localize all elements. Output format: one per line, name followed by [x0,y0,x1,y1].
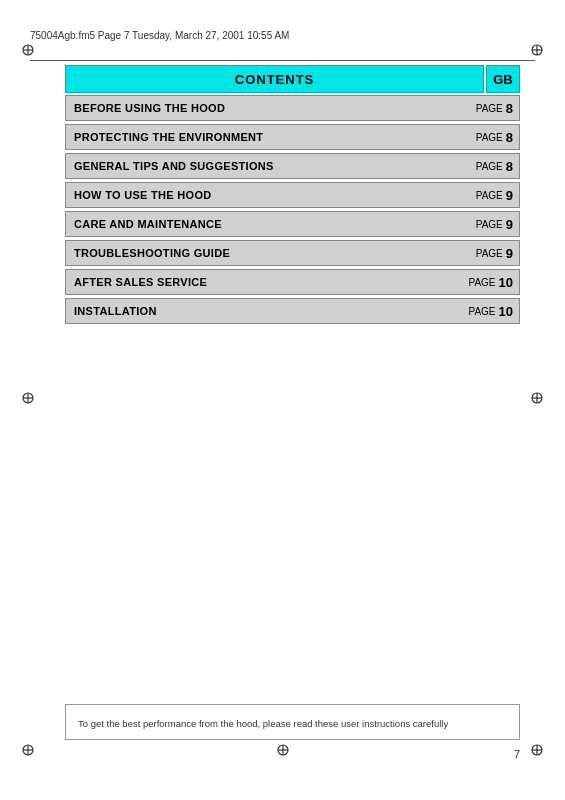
toc-row-title: CARE AND MAINTENANCE [66,218,476,230]
contents-title: CONTENTS [235,72,315,87]
contents-title-box: CONTENTS [65,65,484,93]
reg-mark-bottom-left [20,742,36,758]
toc-page-label: PAGE [476,248,503,259]
toc-row-page: PAGE10 [468,275,519,290]
bottom-note-text: To get the best performance from the hoo… [78,718,448,729]
toc-page-num: 9 [506,217,513,232]
toc-row-title: AFTER SALES SERVICE [66,276,468,288]
header-divider [30,60,535,61]
toc-row-title: INSTALLATION [66,305,468,317]
toc-page-label: PAGE [476,103,503,114]
toc-page-label: PAGE [468,277,495,288]
toc-row-page: PAGE8 [476,101,519,116]
bottom-note: To get the best performance from the hoo… [65,704,520,740]
toc-row[interactable]: HOW TO USE THE HOODPAGE9 [65,182,520,208]
header-file-info: 75004Agb.fm5 Page 7 Tuesday, March 27, 2… [30,30,289,41]
toc-page-num: 8 [506,130,513,145]
toc-row-page: PAGE9 [476,188,519,203]
toc-page-num: 8 [506,159,513,174]
toc-row[interactable]: AFTER SALES SERVICEPAGE10 [65,269,520,295]
toc-row-page: PAGE8 [476,130,519,145]
reg-mark-mid-left [20,390,36,406]
toc-page-num: 10 [499,275,513,290]
toc-row[interactable]: BEFORE USING THE HOODPAGE8 [65,95,520,121]
toc-page-num: 10 [499,304,513,319]
toc-page-num: 8 [506,101,513,116]
content-area: CONTENTS GB BEFORE USING THE HOODPAGE8PR… [65,65,520,327]
toc-row-page: PAGE8 [476,159,519,174]
toc-row[interactable]: INSTALLATIONPAGE10 [65,298,520,324]
reg-mark-bottom-right [529,742,545,758]
contents-gb: GB [493,72,513,87]
toc-row[interactable]: TROUBLESHOOTING GUIDEPAGE9 [65,240,520,266]
reg-mark-mid-right [529,390,545,406]
toc-page-label: PAGE [476,161,503,172]
page-number: 7 [514,748,520,760]
toc-row[interactable]: GENERAL TIPS AND SUGGESTIONSPAGE8 [65,153,520,179]
toc-row-title: PROTECTING THE ENVIRONMENT [66,131,476,143]
reg-mark-bottom-mid [275,742,291,758]
toc-page-label: PAGE [476,132,503,143]
toc-page-label: PAGE [468,306,495,317]
toc-page-label: PAGE [476,190,503,201]
reg-mark-top-left [20,42,36,58]
header-bar: 75004Agb.fm5 Page 7 Tuesday, March 27, 2… [30,30,535,41]
toc-row[interactable]: CARE AND MAINTENANCEPAGE9 [65,211,520,237]
toc-row-page: PAGE9 [476,246,519,261]
toc-row-title: HOW TO USE THE HOOD [66,189,476,201]
toc-page-num: 9 [506,246,513,261]
toc-row-title: BEFORE USING THE HOOD [66,102,476,114]
reg-mark-top-right [529,42,545,58]
toc-row-title: GENERAL TIPS AND SUGGESTIONS [66,160,476,172]
toc-row-page: PAGE9 [476,217,519,232]
toc-row[interactable]: PROTECTING THE ENVIRONMENTPAGE8 [65,124,520,150]
contents-header: CONTENTS GB [65,65,520,93]
toc-row-page: PAGE10 [468,304,519,319]
toc-container: BEFORE USING THE HOODPAGE8PROTECTING THE… [65,95,520,327]
toc-row-title: TROUBLESHOOTING GUIDE [66,247,476,259]
toc-page-label: PAGE [476,219,503,230]
contents-gb-box: GB [486,65,520,93]
page-container: 75004Agb.fm5 Page 7 Tuesday, March 27, 2… [0,0,565,800]
toc-page-num: 9 [506,188,513,203]
